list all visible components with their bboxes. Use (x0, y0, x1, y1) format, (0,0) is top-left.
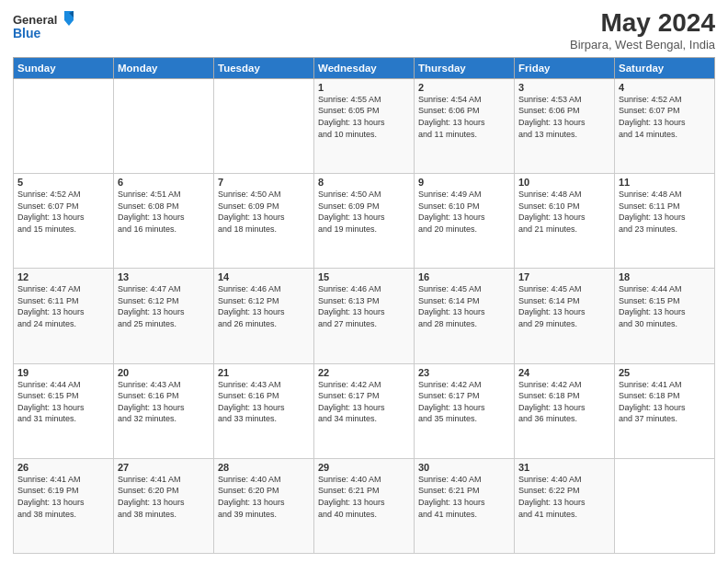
day-info: Sunrise: 4:43 AM Sunset: 6:16 PM Dayligh… (218, 379, 310, 425)
weekday-friday: Friday (515, 57, 615, 78)
day-cell: 19Sunrise: 4:44 AM Sunset: 6:15 PM Dayli… (14, 363, 114, 458)
day-number: 5 (17, 177, 109, 188)
day-cell (615, 458, 715, 553)
day-number: 16 (418, 271, 510, 282)
day-cell: 21Sunrise: 4:43 AM Sunset: 6:16 PM Dayli… (214, 363, 314, 458)
day-info: Sunrise: 4:44 AM Sunset: 6:15 PM Dayligh… (619, 283, 711, 329)
day-cell: 6Sunrise: 4:51 AM Sunset: 6:08 PM Daylig… (114, 174, 214, 269)
day-cell: 16Sunrise: 4:45 AM Sunset: 6:14 PM Dayli… (415, 269, 515, 363)
day-number: 2 (418, 82, 510, 93)
header-right: May 2024 Birpara, West Bengal, India (570, 9, 715, 52)
day-cell: 27Sunrise: 4:41 AM Sunset: 6:20 PM Dayli… (114, 458, 214, 553)
day-info: Sunrise: 4:42 AM Sunset: 6:17 PM Dayligh… (318, 379, 410, 425)
week-row-3: 12Sunrise: 4:47 AM Sunset: 6:11 PM Dayli… (14, 269, 715, 363)
day-info: Sunrise: 4:52 AM Sunset: 6:07 PM Dayligh… (17, 189, 109, 235)
day-cell: 14Sunrise: 4:46 AM Sunset: 6:12 PM Dayli… (214, 269, 314, 363)
day-info: Sunrise: 4:42 AM Sunset: 6:18 PM Dayligh… (518, 379, 610, 425)
day-number: 25 (619, 367, 711, 378)
weekday-wednesday: Wednesday (314, 57, 415, 78)
day-info: Sunrise: 4:41 AM Sunset: 6:20 PM Dayligh… (118, 474, 210, 520)
day-cell: 22Sunrise: 4:42 AM Sunset: 6:17 PM Dayli… (314, 363, 415, 458)
day-number: 31 (518, 462, 610, 473)
day-number: 17 (518, 271, 610, 282)
svg-text:General: General (13, 13, 57, 27)
day-cell: 5Sunrise: 4:52 AM Sunset: 6:07 PM Daylig… (14, 174, 114, 269)
day-info: Sunrise: 4:40 AM Sunset: 6:22 PM Dayligh… (518, 474, 610, 520)
weekday-thursday: Thursday (415, 57, 515, 78)
day-cell: 10Sunrise: 4:48 AM Sunset: 6:10 PM Dayli… (515, 174, 615, 269)
day-cell: 31Sunrise: 4:40 AM Sunset: 6:22 PM Dayli… (515, 458, 615, 553)
day-info: Sunrise: 4:51 AM Sunset: 6:08 PM Dayligh… (118, 189, 210, 235)
day-info: Sunrise: 4:45 AM Sunset: 6:14 PM Dayligh… (518, 283, 610, 329)
day-cell: 25Sunrise: 4:41 AM Sunset: 6:18 PM Dayli… (615, 363, 715, 458)
day-info: Sunrise: 4:40 AM Sunset: 6:21 PM Dayligh… (318, 474, 410, 520)
week-row-2: 5Sunrise: 4:52 AM Sunset: 6:07 PM Daylig… (14, 174, 715, 269)
logo: General Blue (13, 9, 77, 44)
day-info: Sunrise: 4:40 AM Sunset: 6:20 PM Dayligh… (218, 474, 310, 520)
logo-svg: General Blue (13, 9, 77, 44)
weekday-saturday: Saturday (615, 57, 715, 78)
day-info: Sunrise: 4:47 AM Sunset: 6:12 PM Dayligh… (118, 283, 210, 329)
day-number: 4 (619, 82, 711, 93)
weekday-tuesday: Tuesday (214, 57, 314, 78)
day-cell (114, 78, 214, 173)
day-cell: 13Sunrise: 4:47 AM Sunset: 6:12 PM Dayli… (114, 269, 214, 363)
day-cell: 11Sunrise: 4:48 AM Sunset: 6:11 PM Dayli… (615, 174, 715, 269)
day-number: 1 (318, 82, 410, 93)
week-row-1: 1Sunrise: 4:55 AM Sunset: 6:05 PM Daylig… (14, 78, 715, 173)
day-info: Sunrise: 4:46 AM Sunset: 6:13 PM Dayligh… (318, 283, 410, 329)
day-info: Sunrise: 4:49 AM Sunset: 6:10 PM Dayligh… (418, 189, 510, 235)
day-info: Sunrise: 4:50 AM Sunset: 6:09 PM Dayligh… (318, 189, 410, 235)
day-info: Sunrise: 4:53 AM Sunset: 6:06 PM Dayligh… (518, 94, 610, 140)
day-cell: 29Sunrise: 4:40 AM Sunset: 6:21 PM Dayli… (314, 458, 415, 553)
day-number: 9 (418, 177, 510, 188)
day-number: 29 (318, 462, 410, 473)
calendar-subtitle: Birpara, West Bengal, India (570, 38, 715, 52)
day-info: Sunrise: 4:55 AM Sunset: 6:05 PM Dayligh… (318, 94, 410, 140)
day-cell: 3Sunrise: 4:53 AM Sunset: 6:06 PM Daylig… (515, 78, 615, 173)
day-number: 28 (218, 462, 310, 473)
day-number: 15 (318, 271, 410, 282)
day-number: 30 (418, 462, 510, 473)
day-number: 19 (17, 367, 109, 378)
day-cell: 8Sunrise: 4:50 AM Sunset: 6:09 PM Daylig… (314, 174, 415, 269)
day-cell: 7Sunrise: 4:50 AM Sunset: 6:09 PM Daylig… (214, 174, 314, 269)
calendar-page: General Blue May 2024 Birpara, West Beng… (0, 0, 728, 563)
day-info: Sunrise: 4:48 AM Sunset: 6:10 PM Dayligh… (518, 189, 610, 235)
day-number: 18 (619, 271, 711, 282)
day-cell: 2Sunrise: 4:54 AM Sunset: 6:06 PM Daylig… (415, 78, 515, 173)
day-info: Sunrise: 4:44 AM Sunset: 6:15 PM Dayligh… (17, 379, 109, 425)
week-row-5: 26Sunrise: 4:41 AM Sunset: 6:19 PM Dayli… (14, 458, 715, 553)
svg-text:Blue: Blue (13, 26, 41, 40)
day-number: 27 (118, 462, 210, 473)
day-cell: 17Sunrise: 4:45 AM Sunset: 6:14 PM Dayli… (515, 269, 615, 363)
calendar-header: General Blue May 2024 Birpara, West Beng… (13, 9, 715, 52)
day-cell: 18Sunrise: 4:44 AM Sunset: 6:15 PM Dayli… (615, 269, 715, 363)
calendar-body: 1Sunrise: 4:55 AM Sunset: 6:05 PM Daylig… (14, 78, 715, 553)
day-info: Sunrise: 4:42 AM Sunset: 6:17 PM Dayligh… (418, 379, 510, 425)
day-info: Sunrise: 4:47 AM Sunset: 6:11 PM Dayligh… (17, 283, 109, 329)
day-info: Sunrise: 4:54 AM Sunset: 6:06 PM Dayligh… (418, 94, 510, 140)
day-info: Sunrise: 4:46 AM Sunset: 6:12 PM Dayligh… (218, 283, 310, 329)
week-row-4: 19Sunrise: 4:44 AM Sunset: 6:15 PM Dayli… (14, 363, 715, 458)
day-cell: 15Sunrise: 4:46 AM Sunset: 6:13 PM Dayli… (314, 269, 415, 363)
day-info: Sunrise: 4:50 AM Sunset: 6:09 PM Dayligh… (218, 189, 310, 235)
day-info: Sunrise: 4:43 AM Sunset: 6:16 PM Dayligh… (118, 379, 210, 425)
day-info: Sunrise: 4:41 AM Sunset: 6:19 PM Dayligh… (17, 474, 109, 520)
day-cell (14, 78, 114, 173)
day-number: 6 (118, 177, 210, 188)
day-cell: 28Sunrise: 4:40 AM Sunset: 6:20 PM Dayli… (214, 458, 314, 553)
day-number: 13 (118, 271, 210, 282)
day-number: 24 (518, 367, 610, 378)
day-cell: 30Sunrise: 4:40 AM Sunset: 6:21 PM Dayli… (415, 458, 515, 553)
day-number: 26 (17, 462, 109, 473)
day-cell: 24Sunrise: 4:42 AM Sunset: 6:18 PM Dayli… (515, 363, 615, 458)
day-number: 12 (17, 271, 109, 282)
day-cell: 1Sunrise: 4:55 AM Sunset: 6:05 PM Daylig… (314, 78, 415, 173)
day-number: 3 (518, 82, 610, 93)
day-info: Sunrise: 4:52 AM Sunset: 6:07 PM Dayligh… (619, 94, 711, 140)
day-number: 14 (218, 271, 310, 282)
weekday-monday: Monday (114, 57, 214, 78)
day-info: Sunrise: 4:45 AM Sunset: 6:14 PM Dayligh… (418, 283, 510, 329)
day-number: 21 (218, 367, 310, 378)
